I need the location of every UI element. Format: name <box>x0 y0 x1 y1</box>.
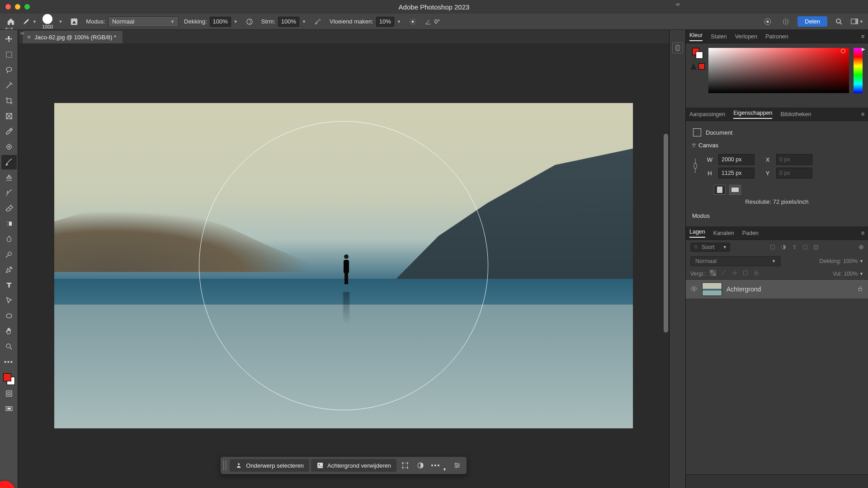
mode-row[interactable]: Modus <box>692 212 862 219</box>
minimized-panel-icon[interactable] <box>672 42 683 53</box>
more-options-button[interactable]: ••• <box>429 459 443 472</box>
chevron-down-icon[interactable]: ▼ <box>302 19 306 24</box>
lock-transparency-icon[interactable] <box>710 270 716 277</box>
canvas-viewport[interactable]: Onderwerp selecteren Achtergrond verwijd… <box>18 43 669 488</box>
edit-toolbar-button[interactable]: ••• <box>1 355 17 369</box>
tab-patterns[interactable]: Patronen <box>765 33 788 40</box>
vertical-scrollbar[interactable] <box>664 70 668 414</box>
lasso-tool[interactable] <box>1 63 17 77</box>
contextual-task-bar[interactable]: Onderwerp selecteren Achtergrond verwijd… <box>220 456 467 474</box>
minimize-window-icon[interactable] <box>15 4 20 9</box>
gradient-tool[interactable] <box>1 216 17 231</box>
flow-value-input[interactable]: 100% <box>278 17 299 27</box>
brush-settings-button[interactable] <box>68 15 80 28</box>
eraser-tool[interactable] <box>1 201 17 216</box>
width-input[interactable]: 2000 px <box>718 154 755 165</box>
chevron-down-icon[interactable]: ▼ <box>234 19 238 24</box>
pressure-size-button[interactable] <box>761 15 774 28</box>
hue-slider[interactable]: ▶ <box>854 48 863 93</box>
x-input[interactable]: 0 px <box>776 154 812 165</box>
filter-toggle[interactable] <box>859 245 863 249</box>
transform-button[interactable] <box>398 459 412 472</box>
clone-stamp-tool[interactable] <box>1 170 17 185</box>
chevron-down-icon[interactable]: ▼ <box>397 19 401 24</box>
frame-tool[interactable] <box>1 109 17 123</box>
hand-tool[interactable] <box>1 324 17 338</box>
mini-swatches[interactable] <box>692 48 703 59</box>
chevron-down-icon[interactable]: ▼ <box>443 467 447 472</box>
tab-swatches[interactable]: Stalen <box>711 33 726 40</box>
visibility-toggle-icon[interactable] <box>690 285 698 294</box>
close-window-icon[interactable] <box>5 4 11 9</box>
tab-properties[interactable]: Eigenschappen <box>733 110 772 119</box>
tab-color[interactable]: Kleur <box>689 32 703 41</box>
blend-mode-select[interactable]: Normaal ▼ <box>108 16 179 27</box>
select-subject-button[interactable]: Onderwerp selecteren <box>230 459 309 472</box>
layer-opacity-value[interactable]: 100% <box>843 258 858 264</box>
panel-menu-icon[interactable]: ≡ <box>861 230 864 236</box>
lock-all-icon[interactable] <box>753 270 760 277</box>
chevron-down-icon[interactable]: ▼ <box>859 259 863 263</box>
portrait-orientation-button[interactable] <box>714 185 726 195</box>
history-brush-tool[interactable] <box>1 186 17 200</box>
image-canvas[interactable] <box>54 103 633 428</box>
opacity-value-input[interactable]: 100% <box>210 17 231 27</box>
type-tool[interactable] <box>1 278 17 292</box>
filter-shape-icon[interactable] <box>802 244 809 251</box>
layer-blend-select[interactable]: Normaal ▼ <box>690 256 781 266</box>
maximize-window-icon[interactable] <box>24 4 30 9</box>
search-button[interactable] <box>833 15 845 28</box>
crop-tool[interactable] <box>1 94 17 108</box>
gamut-warning[interactable] <box>690 63 705 70</box>
foreground-swatch[interactable] <box>3 373 11 381</box>
filter-smart-icon[interactable] <box>812 244 820 251</box>
scrollbar-thumb[interactable] <box>664 134 668 333</box>
share-button[interactable]: Delen <box>797 16 827 27</box>
lock-pixels-icon[interactable] <box>721 270 727 277</box>
brush-tool[interactable] <box>1 155 17 169</box>
toolbar-collapse-icon[interactable]: ⇤⇥ <box>0 26 18 30</box>
landscape-orientation-button[interactable] <box>729 185 741 195</box>
color-field[interactable] <box>708 48 849 93</box>
quick-mask-button[interactable] <box>1 386 17 401</box>
panel-menu-icon[interactable]: ≡ <box>861 111 864 117</box>
brush-tool-indicator[interactable]: ▼ <box>23 18 37 25</box>
layer-thumbnail[interactable] <box>702 282 722 296</box>
chevron-down-icon[interactable]: ▼ <box>58 19 62 24</box>
magic-wand-tool[interactable] <box>1 78 17 93</box>
lock-position-icon[interactable] <box>731 270 738 277</box>
link-dimensions-icon[interactable] <box>692 157 699 176</box>
blur-tool[interactable] <box>1 232 17 246</box>
filter-adjust-icon[interactable] <box>780 244 787 251</box>
drag-handle-icon[interactable] <box>223 460 226 470</box>
workspace-switcher-button[interactable]: ▼ <box>851 15 863 28</box>
collapse-left-icon[interactable]: ≫ <box>18 30 26 37</box>
tab-channels[interactable]: Kanalen <box>713 230 734 236</box>
tab-adjustments[interactable]: Aanpassingen <box>689 111 725 117</box>
symmetry-button[interactable] <box>779 15 792 28</box>
color-picker-cursor[interactable] <box>841 49 845 53</box>
angle-control[interactable]: 0° <box>425 18 440 25</box>
move-tool[interactable] <box>1 32 17 47</box>
healing-brush-tool[interactable] <box>1 140 17 154</box>
shape-tool[interactable] <box>1 309 17 323</box>
document-tab[interactable]: × Jaco-82.jpg @ 100% (RGB/8) * <box>23 31 123 43</box>
canvas-section-header[interactable]: ▽ Canvas <box>692 142 862 149</box>
adjustments-button[interactable] <box>450 459 464 472</box>
filter-type-icon[interactable]: T <box>791 244 798 251</box>
pressure-opacity-button[interactable] <box>243 15 256 28</box>
mask-button[interactable] <box>414 459 427 472</box>
brush-size-preview[interactable]: 1000 <box>42 14 53 29</box>
airbrush-button[interactable] <box>311 15 324 28</box>
dodge-tool[interactable] <box>1 247 17 262</box>
panel-menu-icon[interactable]: ≡ <box>861 33 864 40</box>
lock-artboard-icon[interactable] <box>742 270 749 277</box>
smoothing-options-button[interactable] <box>406 15 419 28</box>
tab-paths[interactable]: Paden <box>742 230 759 236</box>
filter-pixel-icon[interactable] <box>769 244 776 251</box>
remove-background-button[interactable]: Achtergrond verwijderen <box>311 459 396 472</box>
layer-name[interactable]: Achtergrond <box>726 286 761 293</box>
layer-filter-select[interactable]: Soort ▼ <box>690 243 730 252</box>
color-swatches[interactable] <box>2 372 16 386</box>
chevron-down-icon[interactable]: ▼ <box>859 272 863 276</box>
